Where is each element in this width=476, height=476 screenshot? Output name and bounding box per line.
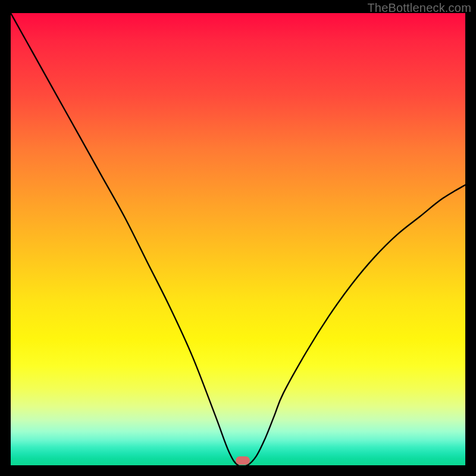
plot-area	[11, 13, 465, 465]
chart-frame: TheBottleneck.com	[0, 0, 476, 476]
curve-path	[11, 13, 465, 465]
min-marker	[236, 456, 250, 465]
bottleneck-curve	[11, 13, 465, 465]
watermark-text: TheBottleneck.com	[367, 1, 471, 15]
